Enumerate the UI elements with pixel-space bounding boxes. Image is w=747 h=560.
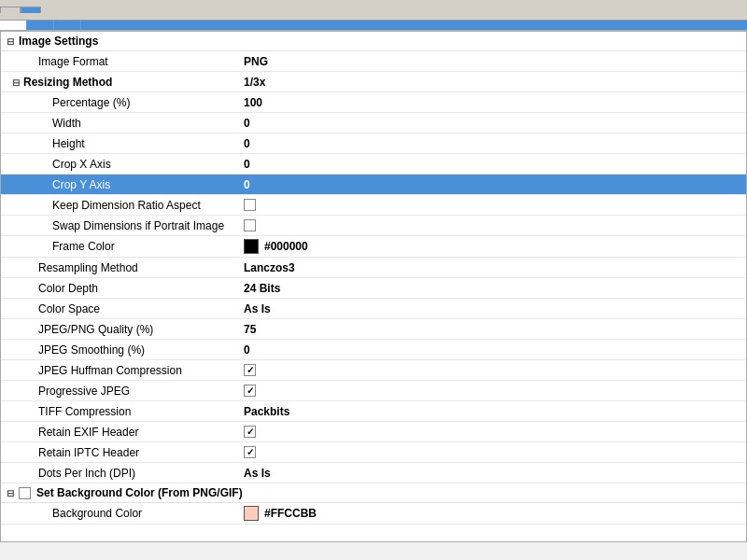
row-label-height: Height	[1, 137, 244, 150]
settings-row-keep-dimension: Keep Dimension Ratio Aspect	[1, 195, 746, 216]
color-swatch-background-color[interactable]	[244, 506, 259, 521]
row-value-height: 0	[244, 137, 250, 150]
settings-row-jpeg-huffman: JPEG Huffman Compression	[1, 360, 746, 381]
row-label-dots-per-inch: Dots Per Inch (DPI)	[1, 467, 244, 480]
tab-image-effects[interactable]	[54, 21, 81, 30]
settings-row-image-format: Image FormatPNG	[1, 51, 746, 72]
settings-row-resizing-method: ⊟Resizing Method1/3x	[1, 72, 746, 92]
tab-image-filename[interactable]	[0, 21, 27, 30]
text-value-percentage: 100	[244, 96, 262, 109]
text-value-width: 0	[244, 117, 250, 130]
row-value-resampling-method: Lanczos3	[244, 261, 295, 274]
settings-row-swap-dimensions: Swap Dimensions if Portrait Image	[1, 216, 746, 236]
settings-content: ⊟Image SettingsImage FormatPNG⊟Resizing …	[0, 31, 747, 542]
settings-row-percentage: Percentage (%)100	[1, 92, 746, 113]
settings-row-frame-color: Frame Color#000000	[1, 236, 746, 258]
text-value-color-depth: 24 Bits	[244, 282, 280, 295]
tab-control-center[interactable]	[0, 7, 21, 13]
row-value-dots-per-inch: As Is	[244, 467, 271, 480]
settings-row-crop-x-axis: Crop X Axis0	[1, 154, 746, 175]
text-value-crop-y-axis: 0	[244, 178, 250, 191]
row-value-image-format: PNG	[244, 55, 268, 68]
row-label-progressive-jpeg: Progressive JPEG	[1, 385, 244, 398]
row-value-retain-iptc[interactable]	[244, 446, 256, 458]
tab-text-captions[interactable]	[27, 21, 54, 30]
settings-row-color-space: Color SpaceAs Is	[1, 299, 746, 319]
settings-row-progressive-jpeg: Progressive JPEG	[1, 381, 746, 401]
sub-collapse-icon[interactable]: ⊟	[12, 77, 20, 88]
row-label-color-space: Color Space	[1, 302, 244, 315]
checkbox-keep-dimension[interactable]	[244, 199, 256, 211]
row-label-jpeg-smoothing: JPEG Smoothing (%)	[1, 343, 244, 357]
row-label-frame-color: Frame Color	[1, 240, 244, 253]
color-swatch-frame-color[interactable]	[244, 239, 259, 254]
settings-row-retain-exif: Retain EXIF Header	[1, 422, 746, 442]
row-label-crop-y-axis: Crop Y Axis	[1, 178, 244, 191]
section-checkbox-set-background-color[interactable]	[19, 487, 31, 499]
text-value-height: 0	[244, 137, 250, 150]
row-value-jpeg-huffman[interactable]	[244, 364, 256, 376]
row-value-jpeg-png-quality: 75	[244, 323, 256, 336]
row-label-percentage: Percentage (%)	[1, 96, 244, 109]
row-label-resampling-method: Resampling Method	[1, 261, 244, 274]
row-label-color-depth: Color Depth	[1, 282, 244, 295]
row-value-retain-exif[interactable]	[244, 426, 256, 438]
row-value-percentage: 100	[244, 96, 262, 109]
checkbox-progressive-jpeg[interactable]	[244, 385, 256, 397]
text-value-tiff-compression: Packbits	[244, 405, 289, 418]
collapse-icon[interactable]: ⊟	[7, 36, 14, 47]
main-tabs	[0, 21, 747, 31]
row-value-resizing-method: 1/3x	[244, 76, 265, 89]
text-value-dots-per-inch: As Is	[244, 467, 271, 480]
settings-row-jpeg-png-quality: JPEG/PNG Quality (%)75	[1, 319, 746, 340]
row-label-jpeg-huffman: JPEG Huffman Compression	[1, 364, 244, 377]
row-value-color-space: As Is	[244, 302, 271, 315]
row-value-background-color: #FFCCBB	[244, 506, 317, 521]
row-value-frame-color: #000000	[244, 239, 308, 254]
collapse-icon[interactable]: ⊟	[7, 488, 14, 498]
row-value-width: 0	[244, 117, 250, 130]
row-label-tiff-compression: TIFF Compression	[1, 405, 244, 418]
row-label-retain-exif: Retain EXIF Header	[1, 426, 244, 439]
row-label-width: Width	[1, 117, 244, 130]
section-label-image-settings: Image Settings	[19, 35, 98, 48]
settings-row-color-depth: Color Depth24 Bits	[1, 278, 746, 299]
row-value-color-depth: 24 Bits	[244, 282, 280, 295]
settings-row-crop-y-axis: Crop Y Axis0	[1, 175, 746, 195]
text-value-crop-x-axis: 0	[244, 158, 250, 171]
tab-settings[interactable]	[21, 7, 41, 13]
settings-row-resampling-method: Resampling MethodLanczos3	[1, 258, 746, 278]
text-value-color-space: As Is	[244, 302, 271, 315]
row-label-jpeg-png-quality: JPEG/PNG Quality (%)	[1, 323, 244, 336]
text-value-image-format: PNG	[244, 55, 268, 68]
row-value-jpeg-smoothing: 0	[244, 343, 250, 357]
settings-row-jpeg-smoothing: JPEG Smoothing (%)0	[1, 340, 746, 360]
checkbox-swap-dimensions[interactable]	[244, 219, 256, 231]
color-value-background-color: #FFCCBB	[264, 507, 317, 520]
row-value-keep-dimension[interactable]	[244, 199, 256, 211]
section-label-set-background-color: Set Background Color (From PNG/GIF)	[36, 486, 243, 499]
settings-row-retain-iptc: Retain IPTC Header	[1, 442, 746, 463]
row-value-tiff-compression: Packbits	[244, 405, 289, 418]
settings-row-dots-per-inch: Dots Per Inch (DPI)As Is	[1, 463, 746, 483]
section-header-image-settings: ⊟Image Settings	[1, 32, 746, 51]
checkbox-retain-exif[interactable]	[244, 426, 256, 438]
text-value-jpeg-png-quality: 75	[244, 323, 256, 336]
row-label-swap-dimensions: Swap Dimensions if Portrait Image	[1, 219, 244, 232]
row-value-swap-dimensions[interactable]	[244, 219, 256, 231]
row-label-image-format: Image Format	[1, 55, 244, 68]
checkbox-retain-iptc[interactable]	[244, 446, 256, 458]
row-label-crop-x-axis: Crop X Axis	[1, 158, 244, 171]
color-value-frame-color: #000000	[264, 240, 308, 253]
row-label-resizing-method: ⊟Resizing Method	[1, 76, 244, 89]
settings-row-tiff-compression: TIFF CompressionPackbits	[1, 401, 746, 422]
row-label-background-color: Background Color	[1, 507, 244, 520]
checkbox-jpeg-huffman[interactable]	[244, 364, 256, 376]
settings-row-height: Height0	[1, 133, 746, 154]
title-bar	[0, 0, 747, 21]
text-value-jpeg-smoothing: 0	[244, 343, 250, 357]
text-value-resizing-method: 1/3x	[244, 76, 265, 89]
section-header-set-background-color: ⊟Set Background Color (From PNG/GIF)	[1, 483, 746, 503]
row-value-crop-y-axis: 0	[244, 178, 250, 191]
row-value-progressive-jpeg[interactable]	[244, 385, 256, 397]
